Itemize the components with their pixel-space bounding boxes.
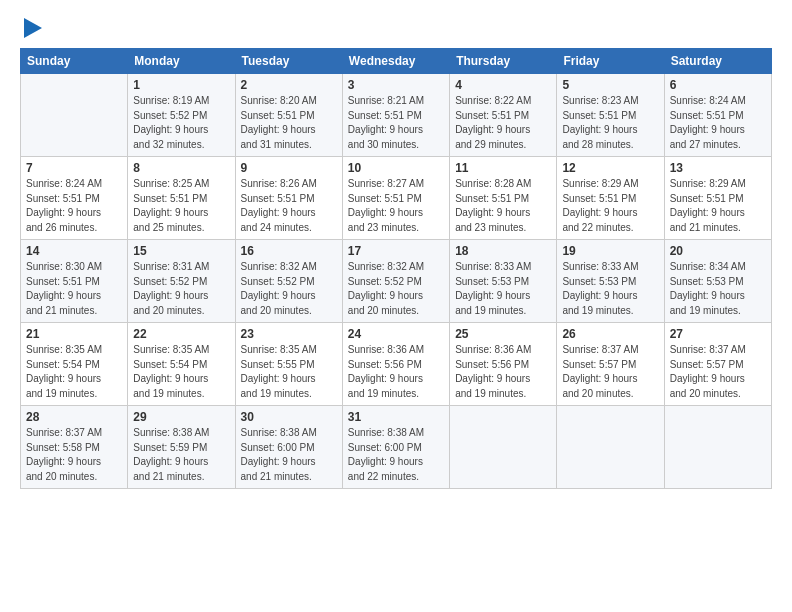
calendar-cell: 15Sunrise: 8:31 AM Sunset: 5:52 PM Dayli… xyxy=(128,240,235,323)
weekday-header-thursday: Thursday xyxy=(450,49,557,74)
week-row-4: 21Sunrise: 8:35 AM Sunset: 5:54 PM Dayli… xyxy=(21,323,772,406)
day-number: 24 xyxy=(348,327,444,341)
week-row-1: 1Sunrise: 8:19 AM Sunset: 5:52 PM Daylig… xyxy=(21,74,772,157)
day-number: 11 xyxy=(455,161,551,175)
calendar-table: SundayMondayTuesdayWednesdayThursdayFrid… xyxy=(20,48,772,489)
day-number: 20 xyxy=(670,244,766,258)
day-info: Sunrise: 8:29 AM Sunset: 5:51 PM Dayligh… xyxy=(670,177,766,235)
weekday-header-sunday: Sunday xyxy=(21,49,128,74)
day-number: 19 xyxy=(562,244,658,258)
day-info: Sunrise: 8:36 AM Sunset: 5:56 PM Dayligh… xyxy=(455,343,551,401)
calendar-cell: 7Sunrise: 8:24 AM Sunset: 5:51 PM Daylig… xyxy=(21,157,128,240)
calendar-cell: 2Sunrise: 8:20 AM Sunset: 5:51 PM Daylig… xyxy=(235,74,342,157)
day-number: 21 xyxy=(26,327,122,341)
calendar-cell: 24Sunrise: 8:36 AM Sunset: 5:56 PM Dayli… xyxy=(342,323,449,406)
calendar-cell: 29Sunrise: 8:38 AM Sunset: 5:59 PM Dayli… xyxy=(128,406,235,489)
svg-marker-0 xyxy=(24,18,42,38)
calendar-cell: 5Sunrise: 8:23 AM Sunset: 5:51 PM Daylig… xyxy=(557,74,664,157)
day-info: Sunrise: 8:35 AM Sunset: 5:55 PM Dayligh… xyxy=(241,343,337,401)
day-info: Sunrise: 8:38 AM Sunset: 5:59 PM Dayligh… xyxy=(133,426,229,484)
day-number: 8 xyxy=(133,161,229,175)
day-info: Sunrise: 8:25 AM Sunset: 5:51 PM Dayligh… xyxy=(133,177,229,235)
calendar-cell: 30Sunrise: 8:38 AM Sunset: 6:00 PM Dayli… xyxy=(235,406,342,489)
day-number: 5 xyxy=(562,78,658,92)
calendar-cell xyxy=(664,406,771,489)
weekday-header-row: SundayMondayTuesdayWednesdayThursdayFrid… xyxy=(21,49,772,74)
calendar-cell xyxy=(21,74,128,157)
calendar-cell: 18Sunrise: 8:33 AM Sunset: 5:53 PM Dayli… xyxy=(450,240,557,323)
day-info: Sunrise: 8:24 AM Sunset: 5:51 PM Dayligh… xyxy=(26,177,122,235)
day-number: 10 xyxy=(348,161,444,175)
calendar-cell: 3Sunrise: 8:21 AM Sunset: 5:51 PM Daylig… xyxy=(342,74,449,157)
day-number: 28 xyxy=(26,410,122,424)
day-number: 13 xyxy=(670,161,766,175)
day-number: 1 xyxy=(133,78,229,92)
day-number: 12 xyxy=(562,161,658,175)
calendar-cell: 9Sunrise: 8:26 AM Sunset: 5:51 PM Daylig… xyxy=(235,157,342,240)
day-info: Sunrise: 8:21 AM Sunset: 5:51 PM Dayligh… xyxy=(348,94,444,152)
day-number: 9 xyxy=(241,161,337,175)
day-info: Sunrise: 8:22 AM Sunset: 5:51 PM Dayligh… xyxy=(455,94,551,152)
day-info: Sunrise: 8:27 AM Sunset: 5:51 PM Dayligh… xyxy=(348,177,444,235)
calendar-cell: 16Sunrise: 8:32 AM Sunset: 5:52 PM Dayli… xyxy=(235,240,342,323)
calendar-cell: 28Sunrise: 8:37 AM Sunset: 5:58 PM Dayli… xyxy=(21,406,128,489)
calendar-cell: 8Sunrise: 8:25 AM Sunset: 5:51 PM Daylig… xyxy=(128,157,235,240)
day-number: 27 xyxy=(670,327,766,341)
week-row-5: 28Sunrise: 8:37 AM Sunset: 5:58 PM Dayli… xyxy=(21,406,772,489)
day-number: 4 xyxy=(455,78,551,92)
calendar-cell: 12Sunrise: 8:29 AM Sunset: 5:51 PM Dayli… xyxy=(557,157,664,240)
calendar-cell: 4Sunrise: 8:22 AM Sunset: 5:51 PM Daylig… xyxy=(450,74,557,157)
weekday-header-wednesday: Wednesday xyxy=(342,49,449,74)
day-info: Sunrise: 8:38 AM Sunset: 6:00 PM Dayligh… xyxy=(241,426,337,484)
day-info: Sunrise: 8:35 AM Sunset: 5:54 PM Dayligh… xyxy=(133,343,229,401)
day-info: Sunrise: 8:26 AM Sunset: 5:51 PM Dayligh… xyxy=(241,177,337,235)
day-info: Sunrise: 8:32 AM Sunset: 5:52 PM Dayligh… xyxy=(348,260,444,318)
calendar-cell: 6Sunrise: 8:24 AM Sunset: 5:51 PM Daylig… xyxy=(664,74,771,157)
calendar-cell: 13Sunrise: 8:29 AM Sunset: 5:51 PM Dayli… xyxy=(664,157,771,240)
day-number: 30 xyxy=(241,410,337,424)
day-number: 31 xyxy=(348,410,444,424)
day-number: 15 xyxy=(133,244,229,258)
calendar-cell: 1Sunrise: 8:19 AM Sunset: 5:52 PM Daylig… xyxy=(128,74,235,157)
day-number: 2 xyxy=(241,78,337,92)
day-number: 23 xyxy=(241,327,337,341)
day-number: 16 xyxy=(241,244,337,258)
calendar-cell: 26Sunrise: 8:37 AM Sunset: 5:57 PM Dayli… xyxy=(557,323,664,406)
day-number: 29 xyxy=(133,410,229,424)
day-info: Sunrise: 8:19 AM Sunset: 5:52 PM Dayligh… xyxy=(133,94,229,152)
day-info: Sunrise: 8:33 AM Sunset: 5:53 PM Dayligh… xyxy=(562,260,658,318)
calendar-cell xyxy=(450,406,557,489)
day-number: 18 xyxy=(455,244,551,258)
day-info: Sunrise: 8:30 AM Sunset: 5:51 PM Dayligh… xyxy=(26,260,122,318)
calendar-cell: 11Sunrise: 8:28 AM Sunset: 5:51 PM Dayli… xyxy=(450,157,557,240)
calendar-page: SundayMondayTuesdayWednesdayThursdayFrid… xyxy=(0,0,792,612)
day-info: Sunrise: 8:32 AM Sunset: 5:52 PM Dayligh… xyxy=(241,260,337,318)
day-number: 7 xyxy=(26,161,122,175)
calendar-cell: 21Sunrise: 8:35 AM Sunset: 5:54 PM Dayli… xyxy=(21,323,128,406)
day-info: Sunrise: 8:35 AM Sunset: 5:54 PM Dayligh… xyxy=(26,343,122,401)
week-row-3: 14Sunrise: 8:30 AM Sunset: 5:51 PM Dayli… xyxy=(21,240,772,323)
logo-icon xyxy=(24,18,42,38)
week-row-2: 7Sunrise: 8:24 AM Sunset: 5:51 PM Daylig… xyxy=(21,157,772,240)
weekday-header-monday: Monday xyxy=(128,49,235,74)
calendar-cell: 31Sunrise: 8:38 AM Sunset: 6:00 PM Dayli… xyxy=(342,406,449,489)
day-info: Sunrise: 8:23 AM Sunset: 5:51 PM Dayligh… xyxy=(562,94,658,152)
day-info: Sunrise: 8:29 AM Sunset: 5:51 PM Dayligh… xyxy=(562,177,658,235)
logo xyxy=(20,16,42,40)
weekday-header-saturday: Saturday xyxy=(664,49,771,74)
day-number: 17 xyxy=(348,244,444,258)
calendar-cell: 14Sunrise: 8:30 AM Sunset: 5:51 PM Dayli… xyxy=(21,240,128,323)
calendar-cell: 27Sunrise: 8:37 AM Sunset: 5:57 PM Dayli… xyxy=(664,323,771,406)
day-info: Sunrise: 8:37 AM Sunset: 5:58 PM Dayligh… xyxy=(26,426,122,484)
day-info: Sunrise: 8:24 AM Sunset: 5:51 PM Dayligh… xyxy=(670,94,766,152)
day-info: Sunrise: 8:38 AM Sunset: 6:00 PM Dayligh… xyxy=(348,426,444,484)
calendar-cell: 19Sunrise: 8:33 AM Sunset: 5:53 PM Dayli… xyxy=(557,240,664,323)
calendar-cell: 23Sunrise: 8:35 AM Sunset: 5:55 PM Dayli… xyxy=(235,323,342,406)
day-number: 14 xyxy=(26,244,122,258)
day-number: 26 xyxy=(562,327,658,341)
day-number: 22 xyxy=(133,327,229,341)
day-number: 6 xyxy=(670,78,766,92)
day-info: Sunrise: 8:28 AM Sunset: 5:51 PM Dayligh… xyxy=(455,177,551,235)
day-info: Sunrise: 8:20 AM Sunset: 5:51 PM Dayligh… xyxy=(241,94,337,152)
day-info: Sunrise: 8:37 AM Sunset: 5:57 PM Dayligh… xyxy=(562,343,658,401)
